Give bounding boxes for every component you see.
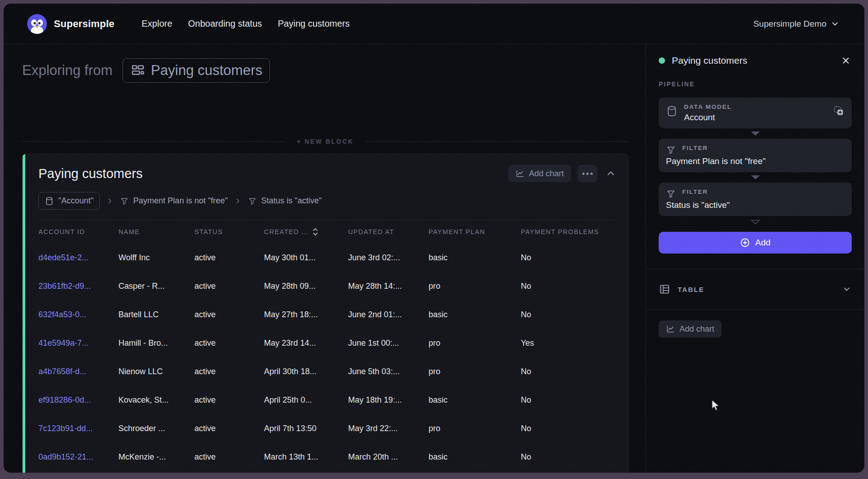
divider-line: [365, 141, 628, 142]
add-chart-button[interactable]: Add chart: [508, 165, 571, 182]
column-header-account-id[interactable]: ACCOUNT ID: [38, 228, 118, 235]
cell-account-id[interactable]: 23b61fb2-d9...: [38, 282, 118, 291]
column-header-payment-plan[interactable]: PAYMENT PLAN: [429, 228, 521, 235]
funnel-icon: [120, 197, 129, 206]
new-block-button[interactable]: + NEW BLOCK: [297, 138, 354, 145]
panel-add-chart-button[interactable]: Add chart: [659, 320, 722, 338]
table-cell: May 3rd 22:...: [348, 424, 429, 433]
table-row[interactable]: ef918286-0d...Kovacek, St...activeApril …: [25, 386, 628, 414]
line-chart-icon: [515, 169, 524, 178]
table-cell: active: [194, 367, 264, 376]
nav-item-explore[interactable]: Explore: [142, 19, 172, 29]
table-body: d4ede51e-2...Wolff IncactiveMay 30th 01.…: [25, 244, 628, 473]
column-header-label: CREATED ...: [264, 228, 309, 235]
table-section-label: TABLE: [678, 286, 704, 293]
cell-account-id[interactable]: d4ede51e-2...: [38, 253, 118, 263]
table-row[interactable]: 3acfc76d-8b...Smitham IncactiveMarch 12t…: [25, 471, 628, 473]
column-header-updated-at[interactable]: UPDATED AT: [348, 228, 429, 235]
cell-account-id[interactable]: 7c123b91-dd...: [38, 424, 118, 433]
table-row[interactable]: d4ede51e-2...Wolff IncactiveMay 30th 01.…: [25, 244, 628, 272]
step-value: Payment Plan is not "free": [666, 156, 766, 166]
table-cell: No: [521, 367, 619, 376]
close-panel-button[interactable]: [840, 55, 852, 66]
breadcrumb-filter-2[interactable]: Status is "active": [248, 196, 322, 206]
chevron-up-icon: [605, 168, 616, 179]
table-row[interactable]: 7c123b91-dd...Schroeder ...activeApril 7…: [25, 414, 628, 443]
new-block-divider: + NEW BLOCK: [22, 138, 628, 145]
breadcrumb-model-chip[interactable]: "Account": [38, 192, 100, 210]
table-cell: pro: [429, 424, 521, 433]
cell-account-id[interactable]: a4b7658f-d...: [38, 367, 118, 376]
table-cell: No: [521, 452, 619, 462]
brand-name: Supersimple: [54, 18, 114, 30]
line-chart-icon: [666, 324, 675, 333]
table-cell: May 18th 19:...: [348, 395, 429, 405]
step-value: Status is "active": [666, 200, 730, 210]
add-pipeline-step-button[interactable]: Add: [659, 232, 852, 254]
breadcrumb-filter-1[interactable]: Payment Plan is not "free": [120, 196, 228, 206]
pipeline-section-label: PIPELINE: [659, 80, 852, 88]
table-cell: Kovacek, St...: [118, 395, 194, 405]
table-cell: basic: [429, 253, 521, 263]
sort-icon: [312, 228, 318, 236]
cell-account-id[interactable]: ef918286-0d...: [38, 395, 118, 405]
table-cell: basic: [429, 310, 521, 319]
cell-account-id[interactable]: 41e5949a-7...: [38, 338, 118, 348]
nav-item-paying-customers[interactable]: Paying customers: [278, 19, 350, 29]
table-cell: May 28th 14:...: [348, 282, 429, 291]
table-row[interactable]: 632f4a53-0...Bartell LLCactiveMay 27th 1…: [25, 301, 628, 329]
top-nav: Supersimple Explore Onboarding status Pa…: [4, 4, 864, 44]
cell-account-id[interactable]: 632f4a53-0...: [38, 310, 118, 319]
table-row[interactable]: 23b61fb2-d9...Casper - R...activeMay 28t…: [25, 272, 628, 301]
database-icon: [666, 105, 678, 117]
chevron-down-icon: [842, 284, 852, 294]
table-cell: April 30th 18...: [264, 367, 348, 376]
step-type-label: FILTER: [682, 188, 708, 195]
collapse-block-button[interactable]: [604, 166, 618, 181]
table-cell: active: [194, 253, 264, 263]
table-cell: McKenzie -...: [118, 452, 194, 462]
table-cell: May 27th 18:...: [264, 310, 348, 319]
panel-divider: [646, 309, 864, 310]
main-area: Exploring from Paying customers + NEW BL…: [4, 44, 646, 473]
table-cell: March 13th 1...: [264, 452, 348, 462]
table-row[interactable]: 0ad9b152-21...McKenzie -...activeMarch 1…: [25, 443, 628, 471]
table-cell: May 30th 01...: [264, 253, 348, 263]
pipeline-step-filter-2[interactable]: FILTER Status is "active": [659, 183, 852, 216]
pipeline-step-data-model[interactable]: DATA MODEL Account: [659, 98, 852, 128]
source-block-chip[interactable]: Paying customers: [123, 58, 270, 83]
app-window: Supersimple Explore Onboarding status Pa…: [4, 4, 864, 473]
cell-account-id[interactable]: 0ad9b152-21...: [38, 452, 118, 462]
table-row[interactable]: a4b7658f-d...Nienow LLCactiveApril 30th …: [25, 357, 628, 386]
nav-item-onboarding-status[interactable]: Onboarding status: [188, 19, 262, 29]
step-value: Account: [684, 113, 732, 122]
column-header-name[interactable]: NAME: [118, 228, 194, 235]
column-header-payment-problems[interactable]: PAYMENT PROBLEMS: [521, 228, 619, 235]
table-section-toggle[interactable]: TABLE: [659, 269, 852, 309]
table-cell: pro: [429, 367, 521, 376]
supersimple-logo-icon: [27, 14, 47, 34]
blocks-icon: [130, 63, 146, 78]
duplicate-plus-icon[interactable]: [832, 104, 845, 117]
table-cell: Schroeder ...: [118, 424, 194, 433]
funnel-icon: [666, 145, 676, 155]
pipeline-breadcrumb: "Account" Payment Plan is not "free" Sta…: [38, 192, 615, 220]
table-cell: June 1st 00:...: [348, 338, 429, 348]
panel-header: Paying customers: [659, 53, 852, 68]
step-type-label: DATA MODEL: [684, 103, 732, 110]
pipeline-arrow-outline-icon: [659, 220, 852, 225]
table-cell: June 3rd 02:...: [348, 253, 429, 263]
table-cell: Bartell LLC: [118, 310, 194, 319]
column-header-status[interactable]: STATUS: [194, 228, 264, 235]
table-row[interactable]: 41e5949a-7...Hamill - Bro...activeMay 23…: [25, 329, 628, 357]
breadcrumb-model-label: "Account": [58, 196, 94, 206]
table-cell: active: [194, 282, 264, 291]
more-options-button[interactable]: [577, 165, 597, 182]
dot-icon: [582, 173, 585, 175]
add-chart-label: Add chart: [529, 169, 564, 178]
workspace-selector[interactable]: Supersimple Demo: [753, 19, 839, 29]
pipeline-step-filter-1[interactable]: FILTER Payment Plan is not "free": [659, 139, 852, 172]
column-header-created-at[interactable]: CREATED ...: [264, 228, 348, 236]
close-icon: [841, 56, 851, 66]
table-cell: No: [521, 424, 619, 433]
